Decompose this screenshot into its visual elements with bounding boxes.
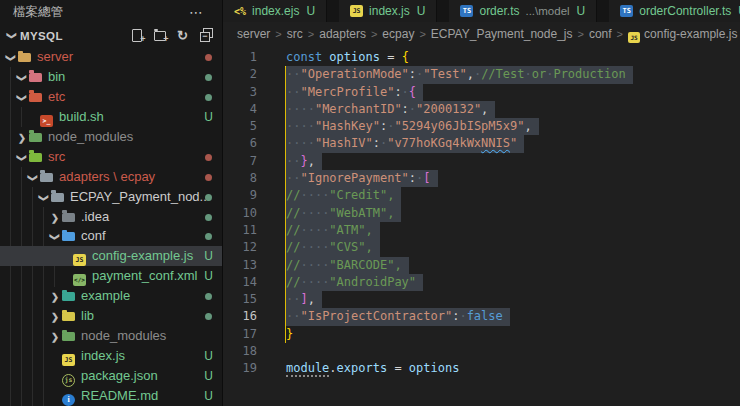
code-line[interactable]: 13//····"BARCODE",: [223, 257, 740, 274]
tab-index-ejs[interactable]: <%index.ejsU: [223, 0, 327, 22]
git-status-dot: [205, 74, 212, 81]
chevron-right-icon[interactable]: ❯: [48, 287, 62, 307]
code-line[interactable]: 10//····"WebATM",: [223, 205, 740, 222]
tree-item[interactable]: ❯.idea: [0, 207, 222, 227]
code-line[interactable]: 6····"HashIV":·"v77hoKGq4kWxNNIS": [223, 135, 740, 152]
tab-index-js[interactable]: JSindex.jsU: [339, 0, 437, 22]
line-number: 14: [223, 274, 257, 291]
line-number: 9: [223, 187, 257, 204]
tree-item[interactable]: ❯iREADME.mdU: [0, 386, 222, 406]
ts-file-icon: TS: [620, 5, 633, 17]
breadcrumb-separator-icon: >: [275, 28, 281, 40]
git-status-dot: [205, 214, 212, 221]
breadcrumb: server>src>adapters>ecpay>ECPAY_Payment_…: [223, 22, 740, 46]
code-line[interactable]: 17}: [223, 326, 740, 343]
code-line[interactable]: 9//····"Credit",: [223, 187, 740, 204]
folder-icon: [40, 173, 53, 182]
line-number: 3: [223, 84, 257, 101]
chevron-right-icon[interactable]: ❯: [48, 327, 62, 347]
folder-icon: [62, 292, 75, 301]
tree-item-label: conf: [81, 228, 106, 243]
tree-item-label: config-example.js: [92, 248, 193, 263]
explorer-section-header[interactable]: ❯ MYSQL + + ↻ −: [0, 25, 222, 47]
code-line[interactable]: 16··"IsProjectContractor":·false: [223, 308, 740, 325]
line-number: 5: [223, 118, 257, 135]
tree-item[interactable]: ❯JSconfig-example.jsU: [0, 246, 222, 266]
git-untracked-badge: U: [204, 386, 213, 406]
tab-label: index.js: [369, 4, 410, 18]
file-tree: ❯server❯bin❯etc❯>_build.shU❯node_modules…: [0, 47, 222, 406]
new-file-icon[interactable]: +: [131, 28, 145, 43]
breadcrumb-item[interactable]: src: [287, 27, 303, 41]
code-line[interactable]: 19module.exports = options: [223, 360, 740, 377]
tree-item[interactable]: ❯etc: [0, 87, 222, 107]
line-number: 16: [223, 308, 257, 325]
tree-item[interactable]: ❯bin: [0, 67, 222, 87]
js-file-icon: JS: [62, 354, 75, 366]
refresh-icon[interactable]: ↻: [177, 28, 191, 43]
vscode-window: 檔案總管 ⋯ ❯ MYSQL + + ↻ − ❯server❯bin❯etc❯>…: [0, 0, 740, 406]
tab-label: orderController.ts: [639, 4, 731, 18]
breadcrumb-item[interactable]: adapters: [319, 27, 366, 41]
tree-item[interactable]: ❯</>payment_conf.xmlU: [0, 266, 222, 286]
breadcrumb-file[interactable]: config-example.js: [644, 27, 737, 41]
tree-item[interactable]: ❯node_modules: [0, 127, 222, 147]
new-folder-icon[interactable]: +: [154, 28, 168, 43]
tab-ordercontroller-ts[interactable]: TSorderController.tsU: [609, 0, 740, 22]
code-line[interactable]: 11//····"ATM",: [223, 222, 740, 239]
code-line[interactable]: 4····"MerchantID":·"2000132",: [223, 101, 740, 118]
code-line[interactable]: 1const options = {: [223, 49, 740, 66]
tree-item-label: bin: [48, 69, 65, 84]
breadcrumb-separator-icon: >: [577, 28, 583, 40]
code-editor[interactable]: 1const options = {2··"OperationMode":·"T…: [223, 46, 740, 406]
breadcrumb-item[interactable]: server: [237, 27, 270, 41]
code-line[interactable]: 3··"MercProfile":·{: [223, 84, 740, 101]
line-content: ··"MercProfile":·{: [286, 84, 423, 101]
tree-item[interactable]: ❯conf: [0, 226, 222, 246]
line-content: //····"Credit",: [286, 187, 401, 204]
git-untracked-badge: U: [204, 246, 213, 266]
tree-item-label: adapters \ ecpay: [59, 169, 155, 184]
code-line[interactable]: 5····"HashKey":·"5294y06JbISpM5x9",: [223, 118, 740, 135]
line-content: ····"HashKey":·"5294y06JbISpM5x9",: [286, 118, 539, 135]
js-file-icon: JS: [628, 32, 640, 43]
tree-item-label: node_modules: [81, 328, 166, 343]
readme-info-icon: i: [62, 394, 75, 406]
chevron-right-icon[interactable]: ❯: [48, 307, 62, 327]
tree-item[interactable]: ❯ECPAY_Payment_nod...: [0, 187, 222, 207]
tree-item[interactable]: ❯jspackage.jsonU: [0, 366, 222, 386]
tree-item-label: build.sh: [59, 109, 104, 124]
tab-order-ts[interactable]: TSorder.ts...\modelU: [449, 0, 597, 22]
tree-item-label: payment_conf.xml: [92, 268, 198, 283]
tree-item[interactable]: ❯example: [0, 286, 222, 306]
code-line[interactable]: 15··],: [223, 291, 740, 308]
tree-item[interactable]: ❯adapters \ ecpay: [0, 167, 222, 187]
breadcrumb-item[interactable]: ecpay: [382, 27, 414, 41]
tree-item[interactable]: ❯src: [0, 147, 222, 167]
code-line[interactable]: 8··"IgnorePayment":·[: [223, 170, 740, 187]
collapse-all-icon[interactable]: −: [200, 28, 214, 43]
line-content: ··"OperationMode":·"Test",·//Test·or·Pro…: [286, 66, 633, 83]
tree-item[interactable]: ❯node_modules: [0, 326, 222, 346]
tree-item[interactable]: ❯server: [0, 47, 222, 67]
chevron-right-icon[interactable]: ❯: [15, 128, 29, 148]
shell-file-icon: >_: [40, 115, 53, 127]
folder-icon: [62, 312, 75, 321]
chevron-right-icon[interactable]: ❯: [48, 208, 62, 228]
line-content: ····"MerchantID":·"2000132",: [286, 101, 495, 118]
tree-item-label: src: [48, 149, 65, 164]
git-status-dot: [205, 194, 212, 201]
tree-item[interactable]: ❯lib: [0, 306, 222, 326]
tree-item[interactable]: ❯JSindex.jsU: [0, 346, 222, 366]
code-line[interactable]: 2··"OperationMode":·"Test",·//Test·or·Pr…: [223, 66, 740, 83]
more-actions-icon[interactable]: ⋯: [189, 0, 204, 25]
code-line[interactable]: 12//····"CVS",: [223, 239, 740, 256]
tree-item[interactable]: ❯>_build.shU: [0, 107, 222, 127]
breadcrumb-item[interactable]: ECPAY_Payment_node_js: [431, 27, 573, 41]
code-line[interactable]: 18: [223, 343, 740, 360]
tree-item-label: node_modules: [48, 129, 133, 144]
breadcrumb-item[interactable]: conf: [589, 27, 612, 41]
code-line[interactable]: 14//····"AndroidPay": [223, 274, 740, 291]
code-line[interactable]: 7··},: [223, 153, 740, 170]
line-content: }: [286, 326, 293, 343]
